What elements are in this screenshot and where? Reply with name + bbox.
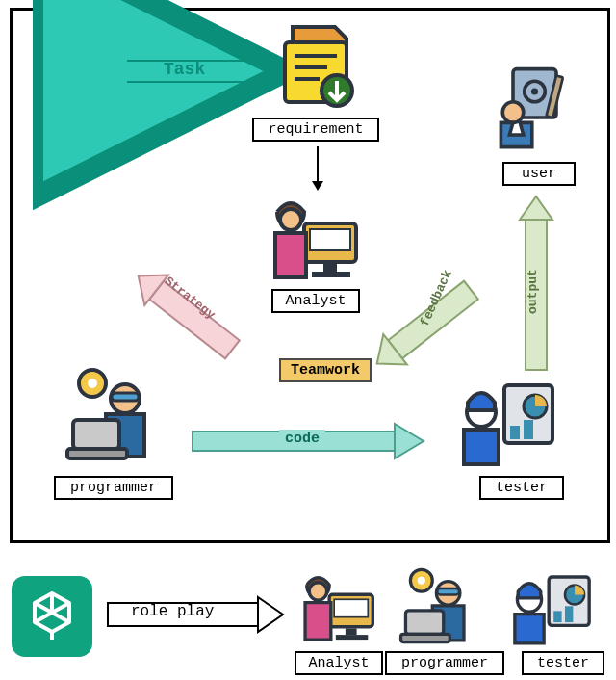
user-icon — [33, 23, 119, 115]
user-label-right: user — [502, 162, 576, 186]
svg-rect-20 — [310, 229, 350, 250]
svg-point-4 — [48, 60, 69, 81]
code-label: code — [279, 430, 325, 448]
svg-point-16 — [531, 88, 538, 94]
analyst-label: Analyst — [271, 289, 360, 313]
svg-rect-53 — [553, 611, 561, 622]
legend-tester-label: tester — [522, 651, 604, 675]
svg-point-23 — [280, 209, 301, 230]
svg-rect-43 — [336, 635, 368, 640]
svg-point-46 — [418, 577, 425, 585]
legend-programmer-label: programmer — [385, 651, 504, 675]
user-label: user — [38, 116, 112, 140]
analyst-icon — [258, 195, 364, 296]
svg-rect-50 — [401, 634, 450, 641]
legend-programmer-icon — [393, 566, 483, 658]
tester-label: tester — [479, 476, 564, 500]
svg-point-2 — [77, 45, 84, 52]
requirement-icon — [270, 17, 366, 118]
svg-rect-49 — [405, 611, 443, 635]
teamwork-label: Teamwork — [279, 358, 372, 382]
output-label: output — [526, 269, 540, 314]
svg-rect-21 — [323, 264, 337, 272]
svg-rect-32 — [67, 449, 127, 458]
user-icon-right — [487, 65, 574, 157]
svg-rect-41 — [334, 599, 368, 616]
roleplay-label: role play — [131, 603, 214, 620]
legend-analyst-label: Analyst — [295, 651, 383, 675]
task-label: Task — [164, 60, 205, 79]
diagram-canvas: user Task requirement — [0, 0, 616, 680]
svg-rect-36 — [510, 426, 520, 439]
programmer-label: programmer — [54, 476, 173, 500]
svg-rect-54 — [565, 606, 573, 622]
req-to-analyst-arrow — [308, 144, 327, 197]
legend-tester-icon — [504, 572, 595, 658]
svg-point-28 — [88, 379, 97, 388]
svg-rect-48 — [437, 588, 459, 595]
tester-icon — [452, 379, 558, 481]
svg-rect-31 — [73, 420, 119, 449]
openai-logo-icon — [12, 576, 92, 657]
legend-analyst-icon — [291, 570, 379, 656]
svg-rect-30 — [112, 393, 139, 401]
programmer-icon — [60, 366, 166, 477]
svg-point-18 — [502, 102, 524, 123]
svg-rect-37 — [524, 420, 533, 439]
svg-point-44 — [309, 583, 326, 600]
svg-rect-22 — [312, 272, 350, 277]
svg-rect-42 — [346, 628, 357, 635]
requirement-label: requirement — [252, 118, 379, 142]
